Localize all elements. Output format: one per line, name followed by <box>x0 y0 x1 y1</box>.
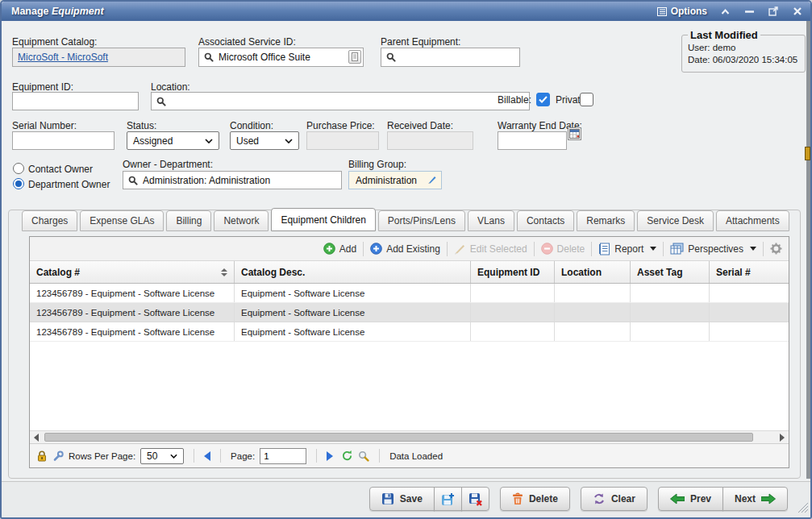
tab-network[interactable]: Network <box>214 210 269 231</box>
department-owner-label: Department Owner <box>28 179 110 190</box>
scroll-marker[interactable] <box>805 147 810 160</box>
detail-tab-panel: Charges Expense GLAs Billing Network Equ… <box>8 210 801 479</box>
page-scrollbar[interactable] <box>806 21 810 479</box>
perspectives-button[interactable]: Perspectives <box>670 243 756 255</box>
status-select[interactable]: Assigned <box>127 131 219 150</box>
parent-equipment-field[interactable] <box>381 48 520 67</box>
tab-remarks[interactable]: Remarks <box>577 210 635 231</box>
tab-vlans[interactable]: VLans <box>468 210 514 231</box>
rows-per-page-select[interactable]: 50 <box>140 448 184 464</box>
table-row[interactable]: 123456789 - Equipment - Software License… <box>30 322 789 342</box>
refresh-icon[interactable] <box>341 450 353 462</box>
column-header-equipment-id[interactable]: Equipment ID <box>471 261 555 283</box>
column-header-catalog-desc[interactable]: Catalog Desc. <box>235 261 471 283</box>
delete-row-button[interactable]: Delete <box>541 243 585 255</box>
dropdown-caret-icon <box>750 247 756 251</box>
private-checkbox[interactable] <box>580 93 593 106</box>
wrench-icon[interactable] <box>52 450 64 462</box>
owner-department-field[interactable]: Administration: Administration <box>123 171 342 189</box>
prev-button[interactable]: Prev <box>658 487 723 511</box>
tab-contacts[interactable]: Contacts <box>517 210 574 231</box>
contact-owner-radio[interactable] <box>13 163 24 174</box>
search-icon <box>386 52 396 62</box>
billing-group-field: Administration <box>348 171 442 189</box>
received-date-label: Received Date: <box>387 120 453 131</box>
equipment-id-label: Equipment ID: <box>12 81 73 93</box>
page-number-input[interactable] <box>260 448 306 464</box>
resize-grip[interactable] <box>797 501 808 516</box>
close-button[interactable] <box>791 5 804 18</box>
save-and-new-button[interactable] <box>434 487 462 511</box>
calendar-button[interactable] <box>568 127 581 140</box>
popout-icon <box>768 6 778 16</box>
owner-department-label: Owner - Department: <box>123 159 213 170</box>
delete-button[interactable]: Delete <box>500 487 570 511</box>
purchase-price-label: Purchase Price: <box>306 120 375 131</box>
report-button[interactable]: Report <box>598 243 656 255</box>
column-header-catalog[interactable]: Catalog # <box>30 261 235 283</box>
associated-service-id-field[interactable]: Microsoft Office Suite <box>198 48 364 67</box>
billable-checkbox[interactable] <box>536 93 550 106</box>
tab-attachments[interactable]: Attachments <box>716 210 789 231</box>
column-header-asset-tag[interactable]: Asset Tag <box>631 261 710 283</box>
tab-service-desk[interactable]: Service Desk <box>637 210 714 231</box>
equipment-catalog-link[interactable]: MicroSoft - MicroSoft <box>18 52 108 63</box>
tab-expense-glas[interactable]: Expense GLAs <box>80 210 164 231</box>
condition-select[interactable]: Used <box>230 131 299 150</box>
edit-selected-button[interactable]: Edit Selected <box>454 243 527 255</box>
search-icon[interactable] <box>358 450 369 462</box>
chevron-down-icon <box>205 139 213 143</box>
billable-label: Billable: <box>498 94 531 106</box>
options-button[interactable]: Options <box>657 6 707 17</box>
chevron-up-icon <box>721 9 730 15</box>
save-and-close-button[interactable] <box>461 487 489 511</box>
collapse-button[interactable] <box>718 5 731 18</box>
sort-icon[interactable] <box>221 268 227 276</box>
column-header-location[interactable]: Location <box>555 261 631 283</box>
grid-settings-button[interactable] <box>770 243 782 255</box>
footer-bar: Save Delete Clear Prev <box>2 481 810 517</box>
add-existing-button[interactable]: Add Existing <box>370 243 440 255</box>
service-detail-button[interactable] <box>348 50 361 64</box>
received-date-input <box>387 131 473 150</box>
contact-owner-label: Contact Owner <box>28 164 93 175</box>
pencil-icon <box>427 175 437 185</box>
page-title: Manage Equipment <box>11 6 104 17</box>
clear-button[interactable]: Clear <box>581 487 648 511</box>
save-button[interactable]: Save <box>369 487 435 511</box>
tab-ports-pins-lens[interactable]: Ports/Pins/Lens <box>378 210 465 231</box>
table-row[interactable]: 123456789 - Equipment - Software License… <box>30 284 789 303</box>
pencil-icon <box>454 243 466 255</box>
column-header-serial[interactable]: Serial # <box>710 261 789 283</box>
warranty-end-date-input[interactable] <box>498 131 567 150</box>
scrollbar-thumb[interactable] <box>44 433 753 442</box>
add-existing-icon <box>370 243 382 255</box>
equipment-catalog-label: Equipment Catalog: <box>12 36 97 48</box>
horizontal-scrollbar[interactable] <box>30 430 789 444</box>
scroll-left-button[interactable] <box>30 431 43 443</box>
lock-icon[interactable] <box>36 450 48 462</box>
next-page-button[interactable] <box>327 451 333 461</box>
serial-number-label: Serial Number: <box>12 120 77 131</box>
scroll-right-button[interactable] <box>776 431 789 443</box>
tab-charges[interactable]: Charges <box>22 210 77 231</box>
title-bar: Manage Equipment Options <box>2 2 810 21</box>
tab-billing[interactable]: Billing <box>166 210 211 231</box>
minimize-button[interactable] <box>743 5 756 18</box>
equipment-id-input[interactable] <box>12 92 139 110</box>
clear-icon <box>593 492 606 505</box>
department-owner-radio[interactable] <box>13 178 24 189</box>
serial-number-input[interactable] <box>12 131 115 150</box>
table-row[interactable]: 123456789 - Equipment - Software License… <box>30 303 789 322</box>
last-modified-box: Last Modified User: demo Date: 06/03/202… <box>681 29 806 73</box>
prev-page-button[interactable] <box>204 451 210 461</box>
save-button-group: Save <box>369 487 489 511</box>
next-button[interactable]: Next <box>722 487 788 511</box>
location-field[interactable] <box>151 92 530 110</box>
billing-group-value: Administration <box>356 175 417 186</box>
tab-equipment-children[interactable]: Equipment Children <box>271 208 375 231</box>
popout-button[interactable] <box>767 5 780 18</box>
arrow-right-icon <box>761 493 776 504</box>
add-button[interactable]: Add <box>323 243 356 255</box>
edit-pencil-button[interactable] <box>427 173 437 188</box>
